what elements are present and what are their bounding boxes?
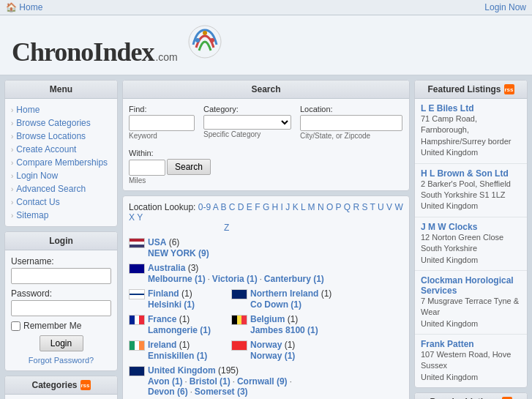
menu-panel: Menu ›Home ›Browse Categories ›Browse Lo…	[4, 80, 118, 227]
location-label: Location:	[300, 105, 402, 113]
alpha-p[interactable]: P	[336, 202, 342, 212]
country-belgium: Belgium (1) Jambes 8100 (1)	[231, 314, 326, 335]
alpha-j[interactable]: J	[285, 202, 290, 212]
sidebar-right: Featured Listings rss L E Biles Ltd 71 C…	[414, 80, 528, 399]
popular-panel-header: Popular Listings rss	[415, 393, 527, 399]
password-input[interactable]	[11, 300, 111, 316]
remember-checkbox[interactable]	[11, 321, 20, 331]
categories-content	[5, 395, 117, 399]
sidebar-item-compare-memberships[interactable]: ›Compare Memberships	[11, 156, 111, 169]
alpha-g[interactable]: G	[263, 202, 269, 212]
alpha-b[interactable]: B	[220, 202, 226, 212]
featured-link-4[interactable]: Clockman Horological Services	[421, 275, 514, 296]
featured-rss-icon[interactable]: rss	[504, 84, 514, 94]
search-button[interactable]: Search	[167, 159, 211, 175]
alpha-y[interactable]: Y	[137, 212, 143, 223]
country-northern-ireland: Northern Ireland (1) Co Down (1)	[231, 288, 331, 310]
sidebar-item-login-now[interactable]: ›Login Now	[11, 169, 111, 182]
category-group: Category: Specific Category	[203, 105, 291, 138]
country-grid: USA (6) NEW YORK (9) Australia (3) Melbo…	[129, 237, 403, 399]
sidebar-item-create-account[interactable]: ›Create Account	[11, 143, 111, 156]
alpha-q[interactable]: Q	[344, 202, 351, 212]
sidebar-item-sitemap[interactable]: ›Sitemap	[11, 209, 111, 222]
within-input[interactable]	[129, 160, 165, 176]
center-panel: Search Find: Keyword Category: Specific …	[122, 80, 410, 399]
alpha-u[interactable]: U	[378, 202, 384, 212]
featured-title: Featured Listings	[427, 84, 501, 94]
location-input[interactable]	[300, 115, 402, 131]
alpha-h[interactable]: H	[272, 202, 279, 212]
arrow-icon: ›	[11, 119, 13, 127]
username-label: Username:	[11, 256, 111, 266]
lookup-label: Location Lookup: 0-9 A B C D E F G H I J	[129, 202, 403, 233]
sidebar-item-advanced-search[interactable]: ›Advanced Search	[11, 182, 111, 195]
country-usa: USA (6) NEW YORK (9)	[129, 237, 224, 258]
location-sub: City/State, or Zipcode	[300, 132, 402, 140]
svg-point-3	[210, 38, 214, 42]
within-sub: Miles	[129, 176, 211, 184]
alpha-x[interactable]: X	[129, 212, 135, 223]
alpha-i[interactable]: I	[281, 202, 283, 212]
sidebar-item-home[interactable]: ›Home	[11, 103, 111, 116]
rss-icon[interactable]: rss	[80, 380, 91, 390]
sidebar-item-contact-us[interactable]: ›Contact Us	[11, 195, 111, 209]
location-lookup-content: Location Lookup: 0-9 A B C D E F G H I J	[123, 196, 409, 399]
password-label: Password:	[11, 288, 111, 299]
topbar: 🏠 Home Login Now	[0, 0, 532, 15]
alpha-w[interactable]: W	[394, 202, 402, 212]
alpha-k[interactable]: K	[293, 202, 299, 212]
country-finland: Finland (1) Helsinki (1)	[129, 288, 224, 310]
within-group: Within: Search Miles	[129, 149, 211, 184]
home-link[interactable]: 🏠 Home	[6, 2, 42, 12]
featured-link-1[interactable]: L E Biles Ltd	[421, 103, 473, 113]
username-input[interactable]	[11, 268, 111, 284]
forgot-password-link[interactable]: Forgot Password?	[11, 356, 111, 365]
alpha-v[interactable]: V	[386, 202, 392, 212]
location-group: Location: City/State, or Zipcode	[300, 105, 402, 140]
remember-row: Remember Me	[11, 321, 111, 331]
alpha-m[interactable]: M	[308, 202, 315, 212]
featured-link-2[interactable]: H L Brown & Son Ltd	[421, 168, 509, 179]
category-select[interactable]	[203, 115, 291, 130]
featured-item-2: H L Brown & Son Ltd 2 Barker's Pool, She…	[415, 164, 527, 217]
alpha-f[interactable]: F	[255, 202, 260, 212]
flag-usa	[129, 238, 145, 248]
categories-panel: Categories rss	[4, 376, 118, 399]
alpha-o[interactable]: O	[326, 202, 333, 212]
find-group: Find: Keyword	[129, 105, 195, 140]
header: ChronoIndex.com	[0, 15, 532, 75]
country-uk: United Kingdom (195) Avon (1) · Bristol …	[129, 365, 292, 399]
country-name-usa: USA (6) NEW YORK (9)	[148, 237, 209, 258]
alpha-09[interactable]: 0-9	[198, 202, 211, 212]
alpha-l[interactable]: L	[301, 202, 305, 212]
featured-link-5[interactable]: Frank Patten	[421, 339, 474, 349]
alpha-c[interactable]: C	[229, 202, 236, 212]
alpha-e[interactable]: E	[247, 202, 252, 212]
featured-item-5: Frank Patten 107 Western Road, Hove Suss…	[415, 335, 527, 387]
alpha-r[interactable]: R	[353, 202, 359, 212]
svg-point-2	[203, 31, 207, 35]
alpha-t[interactable]: T	[370, 202, 375, 212]
category-label: Category:	[203, 105, 291, 113]
alpha-d[interactable]: D	[238, 202, 244, 212]
featured-panel-header: Featured Listings rss	[415, 81, 527, 99]
login-button[interactable]: Login	[40, 335, 83, 351]
search-row: Find: Keyword Category: Specific Categor…	[129, 105, 403, 184]
keyword-input[interactable]	[129, 115, 195, 131]
alpha-z[interactable]: Z	[224, 223, 229, 233]
home-label: Home	[19, 2, 42, 12]
logo-icon	[186, 23, 224, 61]
alpha-n[interactable]: N	[318, 202, 324, 212]
sidebar-item-browse-categories[interactable]: ›Browse Categories	[11, 116, 111, 130]
remember-label: Remember Me	[23, 321, 81, 331]
alpha-a[interactable]: A	[213, 202, 218, 212]
arrow-icon: ›	[11, 172, 13, 180]
featured-link-3[interactable]: J M W Clocks	[421, 222, 477, 232]
sidebar-item-browse-locations[interactable]: ›Browse Locations	[11, 130, 111, 143]
login-now-link[interactable]: Login Now	[484, 2, 526, 12]
arrow-icon: ›	[11, 185, 13, 193]
search-panel: Search Find: Keyword Category: Specific …	[122, 80, 410, 191]
flag-uk	[129, 366, 145, 376]
alpha-s[interactable]: S	[361, 202, 367, 212]
keyword-sub: Keyword	[129, 132, 195, 140]
